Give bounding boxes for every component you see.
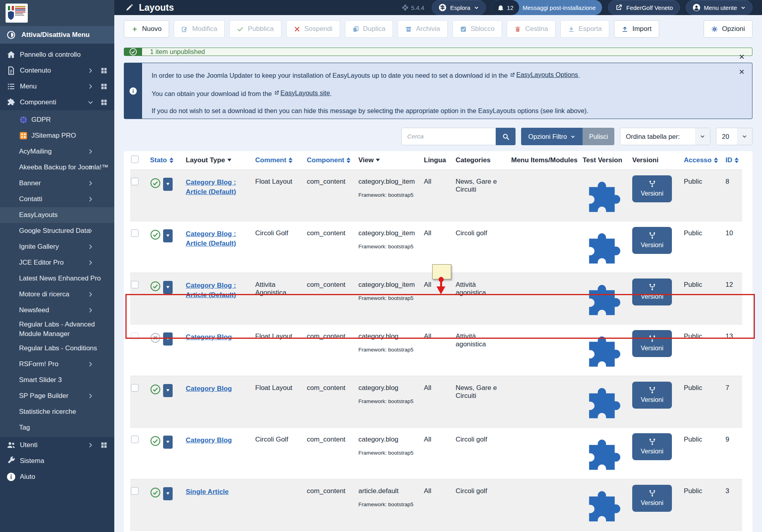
select-all-checkbox[interactable] [131,156,139,163]
dashboard-grid-icon[interactable] [100,441,108,449]
status-published-icon[interactable] [150,487,161,498]
toolbar-button-archivia[interactable]: Archivia [398,20,447,38]
toolbar-button-modifica[interactable]: Modifica [174,20,225,38]
search-input[interactable] [401,128,496,145]
sidebar-item-newsfeed[interactable]: Newsfeed [0,302,114,318]
sidebar-item-rsform-pro[interactable]: RSForm! Pro [0,356,114,372]
info-alert-link[interactable]: EasyLayouts Options [510,71,578,79]
sidebar-item-easylayouts[interactable]: EasyLayouts [0,207,114,223]
toolbar-button-sblocco[interactable]: Sblocco [452,20,502,38]
sidebar-item-akeeba-backup-for-joomla[interactable]: Akeeba Backup for Joomla!™ [0,159,114,175]
row-checkbox[interactable] [131,487,139,495]
sidebar-item-smart-slider-3[interactable]: Smart Slider 3 [0,372,114,388]
column-header-comment[interactable]: Comment [252,151,304,169]
test-version-puzzle-icon[interactable] [583,281,626,324]
site-preview-button[interactable]: FederGolf Veneto [608,0,680,15]
toolbar-button-esporta[interactable]: Esporta [560,20,610,38]
versions-button[interactable]: Versioni [632,433,672,460]
status-dropdown-button[interactable] [163,384,173,397]
sidebar-item-ignite-gallery[interactable]: Ignite Gallery [0,239,114,255]
sidebar-item-statistiche-ricerche[interactable]: Statistiche ricerche [0,404,114,420]
status-dropdown-button[interactable] [163,436,173,449]
row-checkbox[interactable] [131,332,139,340]
test-version-puzzle-icon[interactable] [583,229,626,273]
column-header-layout-type[interactable]: Layout Type [183,151,252,169]
toolbar-button-import[interactable]: Import [614,20,659,38]
sidebar-item-regular-labs-conditions[interactable]: Regular Labs - Conditions [0,340,114,356]
layout-link[interactable]: Category Blog [186,333,232,341]
layout-link[interactable]: Category Blog : Article (Default) [186,230,236,248]
status-published-icon[interactable] [150,229,161,240]
status-dropdown-button[interactable] [163,178,173,191]
sidebar-item-componenti[interactable]: Componenti [0,94,114,110]
test-version-puzzle-icon[interactable] [583,178,626,221]
options-button[interactable]: Opzioni [704,20,752,38]
column-header-id[interactable]: ID [722,151,742,169]
status-published-icon[interactable] [150,178,161,188]
sidebar-item-contenuto[interactable]: Contenuto [0,63,114,79]
sidebar-item-aiuto[interactable]: Aiuto [0,469,114,485]
toolbar-button-duplica[interactable]: Duplica [345,20,393,38]
layout-link[interactable]: Category Blog [186,436,232,444]
dashboard-grid-icon[interactable] [100,83,108,90]
order-table-select[interactable]: Ordina tabella per: [620,128,710,145]
sidebar-item-gdpr[interactable]: GDPR [0,112,114,128]
toolbar-button-sospendi[interactable]: Sospendi [286,20,340,38]
layout-link[interactable]: Category Blog : Article (Default) [186,179,236,196]
dashboard-grid-icon[interactable] [100,98,108,106]
sidebar-item-sp-page-builder[interactable]: SP Page Builder [0,388,114,404]
status-published-icon[interactable] [150,384,161,395]
row-checkbox[interactable] [131,384,139,392]
filter-options-button[interactable]: Opzioni Filtro [521,128,583,145]
success-alert-close-button[interactable] [739,54,745,60]
sidebar-item-jsitemap-pro[interactable]: JSitemap PRO [0,128,114,144]
sidebar-item-jce-editor-pro[interactable]: JCE Editor Pro [0,255,114,271]
column-header-component[interactable]: Component [304,151,355,169]
status-published-icon[interactable] [150,281,161,292]
versions-button[interactable]: Versioni [632,382,672,409]
sidebar-item-menu[interactable]: Menu [0,79,114,94]
row-checkbox[interactable] [131,229,139,237]
user-menu-button[interactable]: Menu utente [686,0,752,15]
versions-button[interactable]: Versioni [632,175,672,202]
column-header-view[interactable]: View [355,151,421,169]
test-version-puzzle-icon[interactable] [583,332,626,376]
layout-link[interactable]: Single Article [186,488,229,496]
column-header-stato[interactable]: Stato [147,151,183,169]
status-dropdown-button[interactable] [163,281,173,294]
toolbar-button-nuovo[interactable]: Nuovo [124,20,169,38]
dashboard-grid-icon[interactable] [100,67,108,75]
post-installation-messages-button[interactable]: 12 Messaggi post-installazione [492,0,602,15]
sidebar-item-google-structured-data[interactable]: Google Structured Data [0,223,114,239]
status-dropdown-button[interactable] [163,229,173,242]
sidebar-item-contatti[interactable]: Contatti [0,191,114,207]
toolbar-button-pubblica[interactable]: Pubblica [229,20,281,38]
sidebar-item-tag[interactable]: Tag [0,420,114,436]
clear-filter-button[interactable]: Pulisci [583,128,614,145]
sidebar-item-motore-di-ricerca[interactable]: Motore di ricerca [0,286,114,302]
status-dropdown-button[interactable] [163,487,173,500]
layout-link[interactable]: Category Blog [186,385,232,392]
info-alert-close-button[interactable] [739,69,745,75]
search-button[interactable] [496,128,516,145]
sidebar-item-sistema[interactable]: Sistema [0,453,114,469]
status-published-icon[interactable] [150,436,161,446]
versions-button[interactable]: Versioni [632,330,672,357]
status-dropdown-button[interactable] [163,332,173,346]
sidebar-item-utenti[interactable]: Utenti [0,437,114,453]
sidebar-item-latest-news-enhanced-pro[interactable]: Latest News Enhanced Pro [0,271,114,286]
sidebar-item-banner[interactable]: Banner [0,175,114,191]
explore-button[interactable]: Esplora [432,0,486,15]
versions-button[interactable]: Versioni [632,227,672,254]
test-version-puzzle-icon[interactable] [583,384,626,427]
row-checkbox[interactable] [131,178,139,185]
test-version-puzzle-icon[interactable] [583,436,626,479]
versions-button[interactable]: Versioni [632,485,672,512]
info-alert-link[interactable]: EasyLayouts site [274,89,330,97]
toolbar-button-cestina[interactable]: Cestina [507,20,556,38]
sidebar-item-regular-labs-advanced-module-manager[interactable]: Regular Labs - Advanced Module Manager [0,318,114,340]
test-version-puzzle-icon[interactable] [583,487,626,530]
menu-toggle[interactable]: Attiva/Disattiva Menu [0,26,114,44]
row-checkbox[interactable] [131,281,139,288]
row-checkbox[interactable] [131,436,139,443]
